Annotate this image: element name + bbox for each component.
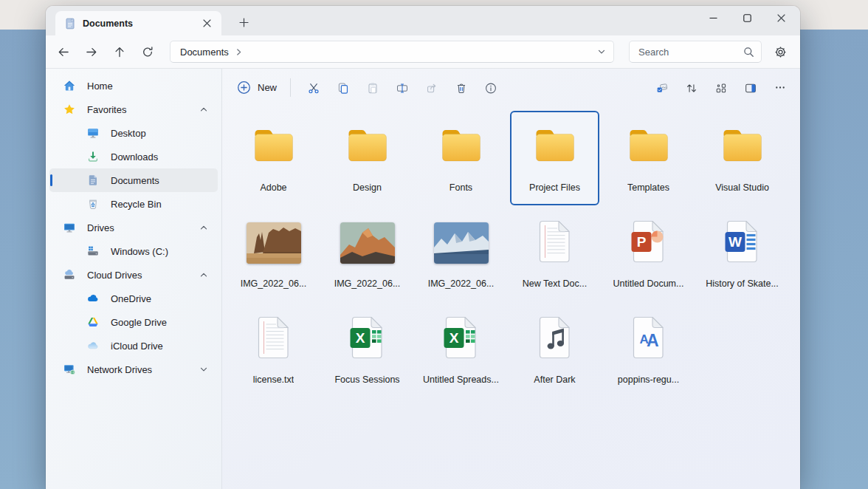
- properties-button[interactable]: [477, 74, 505, 100]
- tab-title: Documents: [83, 18, 193, 29]
- text-icon: [254, 315, 294, 363]
- search-input[interactable]: [633, 47, 737, 58]
- file-tile[interactable]: Fonts: [416, 111, 506, 205]
- breadcrumb[interactable]: Documents: [180, 47, 229, 58]
- sidebar-item-google-drive[interactable]: Google Drive: [49, 310, 218, 334]
- file-tile[interactable]: XUntitled Spreads...: [416, 303, 506, 397]
- sidebar-item-desktop[interactable]: Desktop: [49, 121, 218, 145]
- forward-button[interactable]: [78, 39, 105, 64]
- file-tile[interactable]: After Dark: [510, 303, 599, 397]
- refresh-button[interactable]: [134, 39, 161, 64]
- sidebar-item-cloud-drives[interactable]: Cloud Drives: [49, 263, 218, 287]
- select-icon: [656, 81, 668, 93]
- folder-icon: [532, 127, 578, 167]
- file-name: poppins-regu...: [618, 374, 679, 386]
- file-tile[interactable]: Visual Studio: [698, 111, 787, 205]
- copy-icon: [337, 81, 349, 93]
- file-name: Untitled Spreads...: [423, 374, 499, 386]
- onedrive-icon: [87, 293, 99, 304]
- select-button[interactable]: [648, 74, 676, 100]
- tab-documents[interactable]: Documents: [55, 11, 221, 35]
- sort-button[interactable]: [678, 74, 706, 100]
- rename-button[interactable]: [388, 74, 416, 100]
- file-tile[interactable]: AApoppins-regu...: [604, 303, 693, 397]
- cut-button[interactable]: [300, 74, 328, 100]
- info-icon: [485, 81, 497, 93]
- file-tile[interactable]: XFocus Sessions: [323, 303, 412, 397]
- file-tile[interactable]: IMG_2022_06...: [323, 207, 412, 301]
- image-sunset-icon: [340, 222, 395, 264]
- search-box[interactable]: [629, 41, 762, 63]
- tab-close-icon[interactable]: [199, 16, 214, 31]
- file-tile[interactable]: license.txt: [229, 303, 318, 397]
- new-button-label: New: [258, 82, 277, 93]
- documents-icon: [87, 174, 99, 186]
- sidebar-item-icloud-drive[interactable]: iCloud Drive: [49, 334, 218, 358]
- main-panel: New AdobeDesignFontsProject FilesTemplat…: [222, 69, 800, 489]
- delete-icon: [455, 81, 467, 93]
- file-name: IMG_2022_06...: [241, 278, 307, 290]
- details-pane-button[interactable]: [737, 74, 765, 100]
- sidebar-item-label: Cloud Drives: [87, 270, 199, 281]
- close-window-button[interactable]: [766, 7, 800, 33]
- chevron-up-icon[interactable]: [199, 223, 208, 232]
- sidebar-item-drives[interactable]: Drives: [49, 216, 218, 239]
- sidebar-item-recycle-bin[interactable]: Recycle Bin: [49, 192, 218, 216]
- sidebar-item-network-drives[interactable]: Network Drives: [49, 358, 218, 381]
- file-tile[interactable]: Adobe: [229, 111, 318, 205]
- file-tile[interactable]: New Text Doc...: [510, 207, 599, 301]
- file-name: After Dark: [534, 374, 575, 386]
- sidebar-item-home[interactable]: Home: [49, 74, 218, 98]
- maximize-icon: [743, 14, 755, 26]
- sidebar-item-downloads[interactable]: Downloads: [49, 145, 218, 168]
- ellipsis-icon: [774, 81, 786, 93]
- image-desert-icon: [247, 222, 301, 264]
- file-tile[interactable]: Templates: [604, 111, 693, 205]
- document-tab-icon: [64, 18, 76, 30]
- settings-button[interactable]: [767, 39, 793, 64]
- sidebar-item-label: Desktop: [111, 128, 218, 139]
- file-tile[interactable]: Design: [323, 111, 412, 205]
- file-name: IMG_2022_06...: [428, 278, 495, 290]
- chevron-down-icon[interactable]: [199, 365, 208, 374]
- folder-icon: [626, 127, 672, 167]
- downloads-icon: [87, 151, 99, 163]
- sidebar-item-label: Drives: [87, 222, 199, 233]
- star-icon: [63, 103, 75, 115]
- chevron-up-icon[interactable]: [199, 270, 208, 279]
- file-name: New Text Doc...: [523, 278, 587, 290]
- copy-button[interactable]: [329, 74, 357, 100]
- rename-icon: [396, 81, 408, 93]
- arrow-left-icon: [58, 46, 69, 58]
- google-drive-icon: [87, 316, 99, 328]
- sidebar-item-documents[interactable]: Documents: [49, 168, 218, 192]
- back-button[interactable]: [50, 39, 77, 64]
- file-tile[interactable]: WHistory of Skate...: [698, 207, 787, 301]
- file-tile[interactable]: IMG_2022_06...: [229, 207, 318, 301]
- chevron-down-icon[interactable]: [597, 47, 606, 56]
- plus-circle-icon: [237, 81, 251, 95]
- maximize-button[interactable]: [732, 7, 766, 33]
- new-button[interactable]: New: [234, 76, 280, 99]
- up-button[interactable]: [106, 39, 133, 64]
- search-icon[interactable]: [743, 47, 754, 58]
- file-tile[interactable]: Project Files: [510, 111, 599, 205]
- word-icon: W: [723, 219, 762, 267]
- image-snow-icon: [434, 222, 489, 264]
- address-bar[interactable]: Documents: [170, 41, 614, 63]
- file-name: Focus Sessions: [334, 374, 399, 386]
- sidebar-item-onedrive[interactable]: OneDrive: [49, 287, 218, 310]
- window-controls: [698, 7, 800, 33]
- chevron-up-icon[interactable]: [199, 105, 208, 114]
- new-tab-button[interactable]: [234, 13, 253, 32]
- more-button[interactable]: [766, 74, 794, 100]
- sidebar-item-windows-c[interactable]: Windows (C:): [49, 239, 218, 263]
- delete-button[interactable]: [447, 74, 475, 100]
- layout-button[interactable]: [707, 74, 735, 100]
- minimize-button[interactable]: [698, 7, 732, 33]
- font-icon: AA: [629, 315, 669, 363]
- file-tile[interactable]: IMG_2022_06...: [416, 207, 506, 301]
- sidebar-item-favorites[interactable]: Favorites: [49, 98, 218, 121]
- file-tile[interactable]: PUntitled Docum...: [604, 207, 693, 301]
- refresh-icon: [142, 46, 154, 58]
